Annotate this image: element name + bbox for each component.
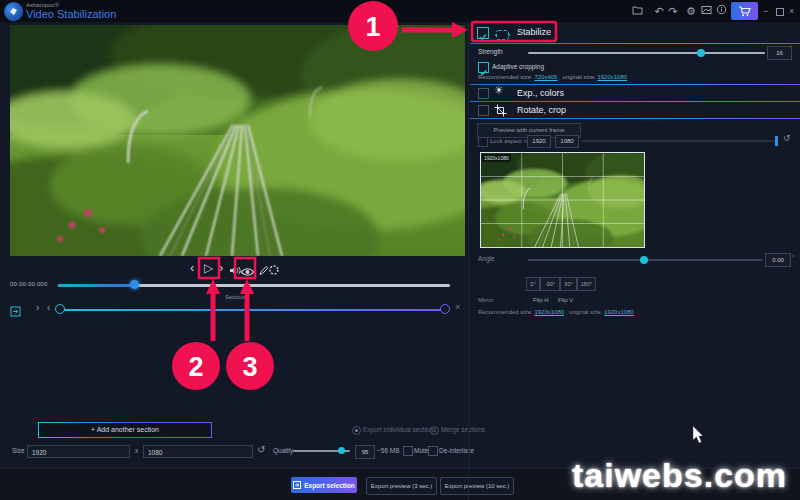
play-icon[interactable]: ▷ xyxy=(204,259,213,277)
crop-recommended-link[interactable]: 1920x1080 xyxy=(534,309,564,315)
page-title: Video Stabilization xyxy=(26,8,116,20)
angle-preset-90[interactable]: 90° xyxy=(560,277,577,291)
zoom-track[interactable] xyxy=(581,140,775,142)
crop-original-link[interactable]: 1920x1080 xyxy=(604,309,634,315)
timecode: 00:00:00.000 xyxy=(10,281,47,287)
divider xyxy=(470,101,800,102)
rotate-crop-checkbox[interactable] xyxy=(478,105,489,116)
aspect-height-field[interactable]: 1080 xyxy=(555,135,579,148)
angle-preset-0[interactable]: 0° xyxy=(526,277,540,291)
preview-eye-icon[interactable] xyxy=(240,263,255,281)
angle-thumb[interactable] xyxy=(640,256,648,264)
display-icon[interactable] xyxy=(699,4,713,18)
height-field[interactable]: 1080 xyxy=(143,445,253,458)
export-selection-button[interactable]: Export selection xyxy=(291,477,357,493)
undo-icon[interactable]: ↶ xyxy=(652,4,666,18)
reset-size-icon[interactable]: ↺ xyxy=(257,444,265,455)
step-2-number: 2 xyxy=(183,352,209,383)
angle-label: Angle xyxy=(478,255,495,262)
folder-icon[interactable] xyxy=(630,4,644,18)
mirror-label: Mirror xyxy=(478,297,494,303)
divider xyxy=(470,118,800,119)
stabilize-checkbox[interactable] xyxy=(477,27,489,39)
export-individual-radio[interactable] xyxy=(352,426,361,435)
info-icon[interactable] xyxy=(714,4,728,18)
mute-label: Mute xyxy=(414,447,428,454)
merge-sections-label: Merge sections xyxy=(441,426,485,433)
app-window: Ashampoo® Video Stabilization ↶ ↷ ⚙ − × … xyxy=(0,0,800,500)
redo-icon[interactable]: ↷ xyxy=(666,4,680,18)
strength-value[interactable]: 16 xyxy=(767,46,792,60)
prev-frame-icon[interactable]: ‹ xyxy=(190,259,194,277)
zoom-thumb[interactable] xyxy=(775,136,778,146)
section-label: Section xyxy=(200,294,270,300)
angle-preset-180[interactable]: 180° xyxy=(577,277,596,291)
timeline-thumb[interactable] xyxy=(130,280,139,289)
mute-checkbox[interactable] xyxy=(403,446,413,456)
size-estimate: ~56 MB xyxy=(377,447,400,454)
recommended-size-link[interactable]: 720x405 xyxy=(534,74,557,80)
section-prev-icon[interactable]: ‹ xyxy=(47,302,50,313)
reset-crop-icon[interactable]: ↺ xyxy=(783,133,791,143)
app-logo-icon xyxy=(4,2,23,21)
export-preview-3-button[interactable]: Export preview (3 sec.) xyxy=(366,477,437,495)
gear-icon[interactable]: ⚙ xyxy=(684,4,698,18)
merge-sections-radio[interactable] xyxy=(430,426,439,435)
deinterlace-checkbox[interactable] xyxy=(428,446,438,456)
divider xyxy=(470,84,800,85)
crop-size-badge: 1920x1080 xyxy=(482,154,511,162)
timeline-progress xyxy=(58,284,135,287)
cart-icon xyxy=(738,6,751,17)
titlebar: Ashampoo® Video Stabilization ↶ ↷ ⚙ − × xyxy=(0,0,800,22)
divider xyxy=(470,43,800,44)
section-range-start-handle[interactable] xyxy=(55,304,65,314)
crop-original-label: , original size: xyxy=(566,309,603,315)
restore-icon[interactable] xyxy=(776,8,784,16)
recommended-size-label: Recommended size: xyxy=(478,74,533,80)
aspect-separator: : xyxy=(551,137,553,143)
size-x-separator: x xyxy=(135,447,138,454)
minimize-icon[interactable]: − xyxy=(763,6,768,16)
flip-v-button[interactable]: Flip V xyxy=(558,297,573,303)
exp-colors-title[interactable]: Exp., colors xyxy=(517,88,564,98)
crop-recommended-line: Recommended size: 1920x1080 , original s… xyxy=(478,309,634,315)
strength-track[interactable] xyxy=(528,52,765,54)
export-preview-10-button[interactable]: Export preview (10 sec.) xyxy=(440,477,514,495)
export-icon xyxy=(293,481,301,489)
lock-aspect-checkbox[interactable] xyxy=(478,137,488,147)
adaptive-cropping-checkbox[interactable] xyxy=(478,62,489,73)
process-icon[interactable] xyxy=(268,262,280,280)
quality-thumb[interactable] xyxy=(338,447,345,454)
export-individual-label: Export individual sections xyxy=(363,426,436,433)
original-size-link[interactable]: 1920x1080 xyxy=(597,74,627,80)
cart-button[interactable] xyxy=(731,2,758,20)
flip-h-button[interactable]: Flip H xyxy=(533,297,549,303)
crop-recommended-label: Recommended size: xyxy=(478,309,533,315)
exp-colors-checkbox[interactable] xyxy=(478,88,489,99)
export-section-icon[interactable] xyxy=(10,303,21,321)
original-size-label: , original size: xyxy=(559,74,596,80)
section-close-icon[interactable]: × xyxy=(455,302,460,312)
export-selection-label: Export selection xyxy=(304,482,355,489)
strength-label: Strength xyxy=(478,48,503,55)
angle-preset-neg90[interactable]: -90° xyxy=(540,277,560,291)
check-icon xyxy=(478,32,488,42)
section-next-icon[interactable]: › xyxy=(36,302,39,313)
strength-thumb[interactable] xyxy=(697,49,705,57)
stabilize-title[interactable]: Stabilize xyxy=(517,27,551,37)
quality-value[interactable]: 95 xyxy=(355,445,375,459)
angle-value[interactable]: 0.00 xyxy=(765,253,791,267)
step-1-number: 1 xyxy=(360,12,386,43)
recommended-size-line: Recommended size: 720x405 , original siz… xyxy=(478,74,627,80)
rotate-crop-title[interactable]: Rotate, crop xyxy=(517,105,566,115)
crop-preview[interactable]: 1920x1080 xyxy=(480,152,645,248)
quality-label: Quality xyxy=(273,447,293,454)
close-icon[interactable]: × xyxy=(789,6,794,16)
section-range-track[interactable] xyxy=(62,309,444,311)
add-section-button[interactable]: + Add another section xyxy=(38,422,212,438)
aspect-width-field[interactable]: 1920 xyxy=(527,135,551,148)
section-range-end-handle[interactable] xyxy=(440,304,450,314)
watermark: taiwebs.com xyxy=(572,456,787,495)
next-frame-icon[interactable]: › xyxy=(219,259,223,277)
width-field[interactable]: 1920 xyxy=(27,445,130,458)
